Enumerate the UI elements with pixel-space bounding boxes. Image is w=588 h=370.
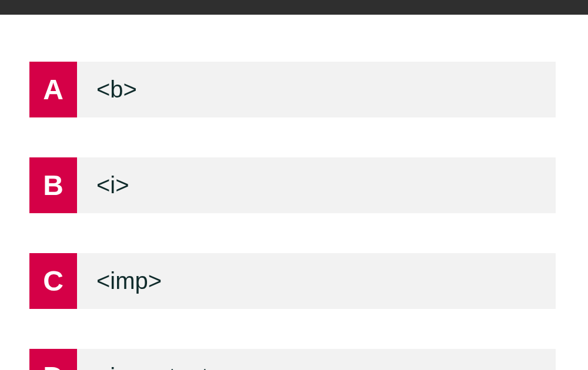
option-c[interactable]: C <imp>	[29, 253, 556, 309]
option-letter: A	[29, 62, 77, 117]
option-text: <important>	[77, 349, 556, 370]
option-letter: D	[29, 349, 77, 370]
option-b[interactable]: B <i>	[29, 157, 556, 213]
option-d[interactable]: D <important>	[29, 349, 556, 370]
option-letter: B	[29, 157, 77, 213]
option-text: <imp>	[77, 253, 556, 309]
options-list: A <b> B <i> C <imp> D <important>	[0, 15, 588, 370]
top-bar	[0, 0, 588, 15]
option-letter: C	[29, 253, 77, 309]
option-text: <i>	[77, 157, 556, 213]
option-text: <b>	[77, 62, 556, 117]
option-a[interactable]: A <b>	[29, 62, 556, 117]
